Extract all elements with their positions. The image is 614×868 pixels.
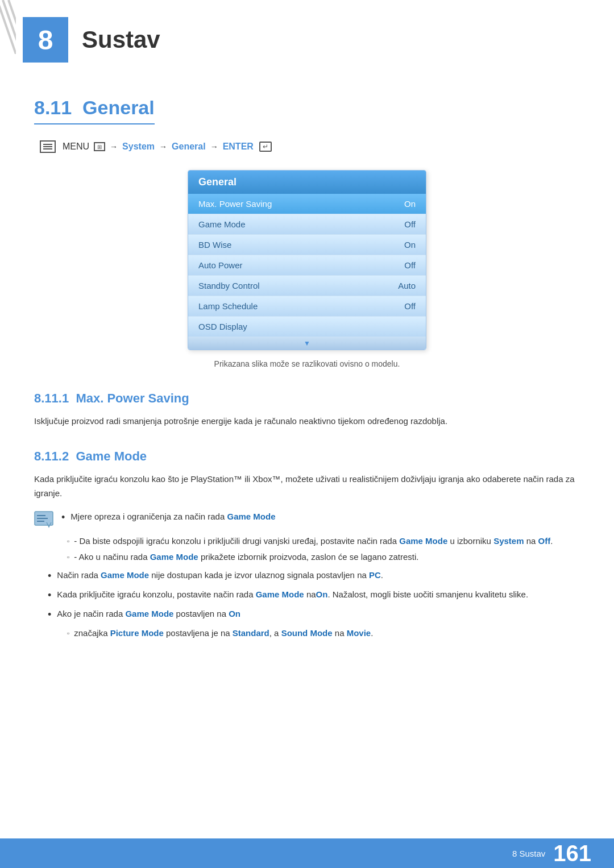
note-icon: [34, 511, 53, 528]
menu-icon: [40, 140, 56, 153]
nav-system: System: [122, 142, 155, 152]
menu-item-lamp-value: Off: [404, 301, 416, 311]
menu-box-title: General: [188, 171, 426, 194]
arrow2: →: [159, 142, 167, 151]
page-footer: 8 Sustav 161: [0, 838, 614, 868]
menu-item-auto-power[interactable]: Auto Power Off: [188, 255, 426, 276]
footer-label: 8 Sustav: [512, 849, 545, 858]
subsection-game-mode-title: Game Mode: [76, 449, 147, 463]
chapter-title: Sustav: [82, 26, 160, 53]
bullet-quality: Kada priključite igraću konzolu, postavi…: [48, 588, 580, 604]
menu-item-bd-wise-label: BD Wise: [198, 240, 231, 250]
menu-item-game-mode-label: Game Mode: [198, 219, 246, 229]
footer-page-number: 161: [553, 842, 591, 865]
menu-item-game-mode[interactable]: Game Mode Off: [188, 214, 426, 235]
page-header: 8 Sustav: [0, 0, 614, 74]
sub-bullet-picture-mode: značajka Picture Mode postavljena je na …: [67, 626, 580, 640]
subsection-game-mode-heading: 8.11.2 Game Mode: [34, 449, 580, 464]
menu-item-standby-control[interactable]: Standby Control Auto: [188, 276, 426, 296]
menu-item-max-power-label: Max. Power Saving: [198, 199, 272, 209]
menu-item-max-power[interactable]: Max. Power Saving On: [188, 194, 426, 214]
menu-box: General Max. Power Saving On Game Mode O…: [188, 170, 426, 350]
bullet-item-measures: Mjere opreza i ograničenja za način rada…: [61, 510, 580, 526]
subsection-max-power-title: Max. Power Saving: [76, 391, 189, 405]
section-number: 8.11: [34, 97, 72, 118]
section-heading: 8.11 General: [34, 97, 155, 124]
chapter-badge: 8: [23, 17, 68, 63]
main-content: 8.11 General MENU ⊞ → System → General →…: [0, 74, 614, 683]
section-game-mode: 8.11.2 Game Mode Kada priključite igraću…: [34, 449, 580, 640]
chapter-number: 8: [38, 24, 53, 56]
subsection-max-power-body: Isključuje proizvod radi smanjenja potro…: [34, 414, 580, 429]
menu-item-game-mode-value: Off: [404, 219, 416, 229]
subsection-max-power-heading: 8.11.1 Max. Power Saving: [34, 391, 580, 406]
sub-bullet-list-1: - Da biste odspojili igraću konzolu i pr…: [67, 534, 580, 564]
menu-item-max-power-value: On: [404, 199, 416, 209]
bullet-list: Mjere opreza i ograničenja za način rada…: [61, 510, 580, 529]
enter-icon: ↵: [259, 142, 272, 152]
extra-bullet-list: Način rada Game Mode nije dostupan kada …: [48, 568, 580, 622]
scroll-indicator: ▼: [188, 337, 426, 350]
menu-item-osd-display[interactable]: OSD Display: [188, 317, 426, 337]
menu-box-container: General Max. Power Saving On Game Mode O…: [34, 170, 580, 350]
menu-nav: MENU ⊞ → System → General → ENTER ↵: [40, 140, 580, 153]
subsection-game-mode-number: 8.11.2: [34, 449, 69, 463]
subsection-game-mode-body: Kada priključite igraću konzolu kao što …: [34, 472, 580, 501]
menu-label: MENU: [63, 142, 89, 152]
section-general: 8.11 General MENU ⊞ → System → General →…: [34, 85, 580, 368]
sub-bullet-list-2: značajka Picture Mode postavljena je na …: [67, 626, 580, 640]
menu-item-osd-label: OSD Display: [198, 322, 247, 331]
bullet-item-measures-text: Mjere opreza i ograničenja za način rada…: [70, 510, 275, 524]
menu-item-standby-value: Auto: [398, 281, 416, 290]
section-title: General: [82, 97, 155, 118]
menu-item-lamp-label: Lamp Schedule: [198, 301, 258, 311]
menu-item-bd-wise[interactable]: BD Wise On: [188, 235, 426, 255]
bullet-pc-source: Način rada Game Mode nije dostupan kada …: [48, 568, 580, 584]
caption: Prikazana slika može se razlikovati ovis…: [34, 359, 580, 368]
note-section: Mjere opreza i ograničenja za način rada…: [34, 510, 580, 529]
svg-line-0: [0, 0, 16, 54]
arrow1: →: [110, 142, 118, 151]
arrow3: →: [210, 142, 218, 151]
sub-bullet-game-off: - Da biste odspojili igraću konzolu i pr…: [67, 534, 580, 548]
menu-item-auto-power-value: Off: [404, 260, 416, 270]
bullet-game-on: Ako je način rada Game Mode postavljen n…: [48, 607, 580, 623]
menu-grid-icon: ⊞: [94, 142, 105, 151]
nav-enter: ENTER: [223, 142, 254, 152]
subsection-max-power-number: 8.11.1: [34, 391, 69, 405]
menu-item-bd-wise-value: On: [404, 240, 416, 250]
section-max-power: 8.11.1 Max. Power Saving Isključuje proi…: [34, 391, 580, 429]
sub-bullet-game-blur: - Ako u načinu rada Game Mode prikažete …: [67, 550, 580, 564]
nav-general: General: [172, 142, 206, 152]
menu-item-auto-power-label: Auto Power: [198, 260, 243, 270]
menu-item-standby-label: Standby Control: [198, 281, 260, 290]
menu-item-lamp-schedule[interactable]: Lamp Schedule Off: [188, 296, 426, 317]
